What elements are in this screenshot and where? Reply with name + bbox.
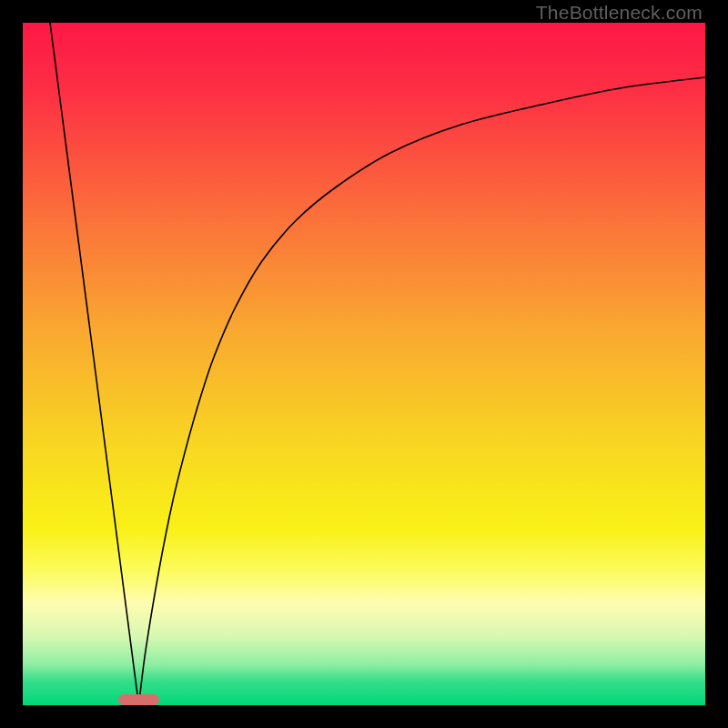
chart-frame: TheBottleneck.com (0, 0, 728, 728)
vertex-marker (118, 694, 159, 705)
watermark-text: TheBottleneck.com (536, 2, 703, 24)
bottleneck-chart (23, 23, 705, 705)
